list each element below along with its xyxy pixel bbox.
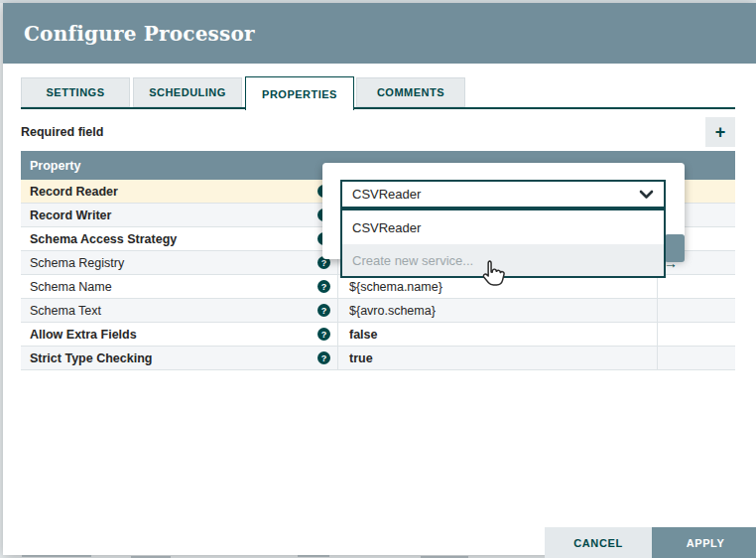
property-value-cell[interactable]: false — [338, 323, 658, 346]
required-field-label: Required field — [21, 125, 103, 139]
property-value: false — [349, 328, 378, 342]
property-name: Schema Text — [30, 304, 101, 318]
property-action-cell — [658, 347, 735, 369]
record-reader-combo[interactable]: CSVReader — [340, 180, 666, 209]
background-text-fragment — [22, 555, 91, 557]
cancel-button[interactable]: CANCEL — [545, 527, 652, 558]
property-action-cell — [658, 299, 735, 322]
property-name-cell: Schema Access Strategy — [21, 227, 338, 250]
combo-option[interactable]: Create new service... — [342, 244, 664, 276]
combo-options-list: CSVReaderCreate new service... — [340, 209, 666, 278]
combo-option[interactable]: CSVReader — [342, 210, 664, 244]
help-icon[interactable]: ? — [317, 304, 330, 317]
apply-button[interactable]: APPLY — [652, 527, 756, 558]
tab-comments[interactable]: COMMENTS — [356, 77, 465, 107]
property-name-cell: Schema Registry ? — [21, 251, 338, 274]
property-name: Schema Access Strategy — [30, 232, 177, 246]
dialog-header: Configure Processor — [3, 3, 756, 64]
column-header-property: Property — [30, 159, 80, 173]
property-name: Strict Type Checking — [30, 351, 152, 365]
plus-icon: + — [715, 122, 726, 143]
property-action-cell — [658, 323, 735, 346]
screen: Configure Processor SETTINGSSCHEDULINGPR… — [0, 0, 756, 558]
tab-scheduling[interactable]: SCHEDULING — [133, 77, 242, 107]
property-name-cell: Allow Extra Fields ? — [21, 323, 338, 346]
property-value: ${schema.name} — [349, 280, 442, 294]
property-name-cell: Record Reader — [21, 180, 338, 203]
background-text-fragment — [298, 555, 329, 557]
property-name: Record Writer — [30, 209, 111, 222]
help-icon[interactable]: ? — [317, 328, 330, 341]
help-icon[interactable]: ? — [317, 280, 330, 293]
help-icon[interactable]: ? — [317, 351, 330, 364]
property-value: true — [349, 351, 373, 365]
property-name: Allow Extra Fields — [30, 328, 137, 342]
property-row: Strict Type Checking ? true — [21, 347, 735, 370]
property-name: Schema Name — [30, 280, 112, 294]
property-row: Schema Name ? ${schema.name} — [21, 275, 735, 299]
property-name: Record Reader — [30, 185, 118, 199]
property-name-cell: Strict Type Checking ? — [21, 347, 338, 369]
property-value-cell[interactable]: ${avro.schema} — [338, 299, 658, 322]
property-value-cell[interactable]: true — [338, 347, 658, 369]
tab-settings[interactable]: SETTINGS — [21, 77, 130, 107]
editor-ok-button-fragment[interactable] — [665, 234, 685, 262]
tab-bar-underline — [21, 107, 735, 109]
property-value: ${avro.schema} — [349, 304, 436, 318]
property-name-cell: Schema Text ? — [21, 299, 338, 322]
add-property-button[interactable]: + — [705, 117, 735, 147]
dialog-title: Configure Processor — [24, 22, 255, 46]
property-row: Schema Text ? ${avro.schema} — [21, 299, 735, 323]
property-name-cell: Record Writer — [21, 204, 338, 226]
property-name-cell: Schema Name ? — [21, 275, 338, 298]
property-action-cell — [658, 275, 735, 298]
property-value-cell[interactable]: ${schema.name} — [338, 275, 658, 298]
combo-selected-value: CSVReader — [352, 187, 639, 202]
property-name: Schema Registry — [30, 256, 124, 270]
tab-properties[interactable]: PROPERTIES — [245, 76, 354, 110]
configure-processor-dialog: Configure Processor SETTINGSSCHEDULINGPR… — [3, 3, 756, 555]
property-row: Allow Extra Fields ? false — [21, 323, 735, 347]
chevron-down-icon — [639, 190, 654, 200]
